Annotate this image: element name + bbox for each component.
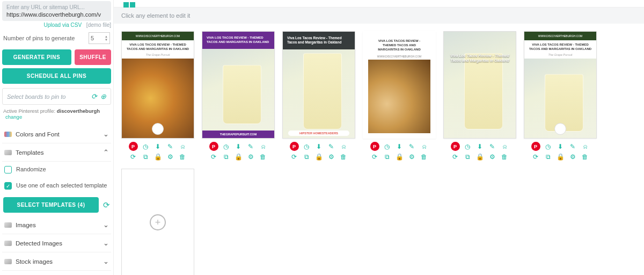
refresh-icon[interactable]: ⟳ xyxy=(91,92,97,100)
copy-icon[interactable]: ⧉ xyxy=(383,152,392,161)
pin-preview[interactable]: VIVA LOS TACOS REVIEW - THEMED TACOS AND… xyxy=(363,31,436,139)
refresh-icon[interactable]: ⟳ xyxy=(290,152,299,161)
pin-preview[interactable]: WWW.DISCOVERTHEBURGH.COM VIVA LOS TACOS … xyxy=(121,31,194,139)
clock-icon[interactable]: ◷ xyxy=(544,142,553,151)
pin-mini: WWW.DISCOVERTHEBURGH.COM xyxy=(368,53,430,60)
refresh-icon[interactable]: ⟳ xyxy=(129,152,138,161)
accordion-stock-images[interactable]: Stock images ⌄ xyxy=(2,252,111,271)
clock-icon[interactable]: ◷ xyxy=(141,142,150,151)
chevron-down-icon: ⌄ xyxy=(103,257,109,265)
num-pins-label: Number of pins to generate xyxy=(3,35,75,41)
randomize-row[interactable]: Randomize xyxy=(2,162,111,178)
pinterest-icon[interactable]: P xyxy=(290,142,299,151)
edit-icon[interactable]: ✎ xyxy=(568,142,577,151)
chevron-down-icon: ⌄ xyxy=(103,221,109,229)
boards-select[interactable]: Select boards to pin to ⟳ ⊕ xyxy=(2,88,111,105)
pin-preview[interactable]: Viva Los Tacos Review - Themed Tacos and… xyxy=(282,31,355,139)
accordion-templates[interactable]: Templates ⌃ xyxy=(2,143,111,162)
templates-icon xyxy=(4,150,12,155)
edit-icon[interactable]: ✎ xyxy=(246,142,255,151)
download-icon[interactable]: ⬇ xyxy=(395,142,404,151)
spinner-icon[interactable]: ▲▼ xyxy=(105,35,108,41)
pinterest-icon[interactable]: P xyxy=(370,142,379,151)
demo-file-link[interactable]: [demo file] xyxy=(86,22,111,28)
edit-icon[interactable]: ✎ xyxy=(407,142,416,151)
accordion-images[interactable]: Images ⌄ xyxy=(2,216,111,234)
refresh-icon[interactable]: ⟳ xyxy=(451,152,460,161)
pin-card: WWW.DISCOVERTHEBURGH.COM VIVA LOS TACOS … xyxy=(524,31,597,161)
download-icon[interactable]: ⬇ xyxy=(153,142,163,151)
mouse-icon[interactable]: ⍾ xyxy=(500,142,509,151)
use-one-row[interactable]: ✓ Use one of each selected template xyxy=(2,178,111,194)
mouse-icon[interactable]: ⍾ xyxy=(178,142,187,151)
copy-icon[interactable]: ⧉ xyxy=(141,152,150,161)
gear-icon[interactable]: ⚙ xyxy=(407,152,416,161)
checkbox-checked-icon[interactable]: ✓ xyxy=(4,182,12,190)
edit-icon[interactable]: ✎ xyxy=(488,142,497,151)
copy-icon[interactable]: ⧉ xyxy=(544,152,553,161)
clock-icon[interactable]: ◷ xyxy=(302,142,311,151)
trash-icon[interactable]: 🗑 xyxy=(178,152,187,161)
lock-icon[interactable]: 🔒 xyxy=(475,152,485,161)
accordion-colors-font[interactable]: Colors and Font ⌄ xyxy=(2,125,111,143)
gear-icon[interactable]: ⚙ xyxy=(488,152,497,161)
edit-icon[interactable]: ✎ xyxy=(327,142,336,151)
generate-pins-button[interactable]: GENERATE PINS xyxy=(2,49,71,65)
pinterest-icon[interactable]: P xyxy=(531,142,540,151)
pinterest-icon[interactable]: P xyxy=(129,142,138,151)
pinterest-icon[interactable]: P xyxy=(451,142,460,151)
shuffle-button[interactable]: SHUFFLE xyxy=(75,49,111,65)
pinterest-icon[interactable]: P xyxy=(209,142,218,151)
pin-title: VIVA LOS TACOS REVIEW - THEMED TACOS AND… xyxy=(122,40,194,53)
refresh-icon[interactable]: ⟳ xyxy=(370,152,379,161)
add-pin-card[interactable]: + xyxy=(121,169,194,275)
gear-icon[interactable]: ⚙ xyxy=(246,152,255,161)
url-input-box[interactable]: Enter any URL or sitemap URL... https://… xyxy=(2,1,111,21)
mouse-icon[interactable]: ⍾ xyxy=(259,142,268,151)
pin-tag: HIPSTER HOMESTEADERS xyxy=(288,131,349,136)
add-board-icon[interactable]: ⊕ xyxy=(100,92,106,100)
lock-icon[interactable]: 🔒 xyxy=(234,152,243,161)
change-profile-link[interactable]: change xyxy=(5,114,22,120)
download-icon[interactable]: ⬇ xyxy=(234,142,243,151)
lock-icon[interactable]: 🔒 xyxy=(153,152,163,161)
refresh-icon[interactable]: ⟳ xyxy=(531,152,540,161)
trash-icon[interactable]: 🗑 xyxy=(581,152,590,161)
lock-icon[interactable]: 🔒 xyxy=(314,152,324,161)
upload-csv-link[interactable]: Upload via CSV xyxy=(43,22,82,28)
gear-icon[interactable]: ⚙ xyxy=(166,152,175,161)
copy-icon[interactable]: ⧉ xyxy=(302,152,311,161)
gear-icon[interactable]: ⚙ xyxy=(568,152,577,161)
pin-preview[interactable]: WWW.DISCOVERTHEBURGH.COM VIVA LOS TACOS … xyxy=(524,31,597,139)
copy-icon[interactable]: ⧉ xyxy=(222,152,231,161)
download-icon[interactable]: ⬇ xyxy=(475,142,485,151)
pin-preview[interactable]: VIVA LOS TACOS REVIEW - THEMED TACOS AND… xyxy=(202,31,275,139)
trash-icon[interactable]: 🗑 xyxy=(500,152,509,161)
pin-title: VIVA LOS TACOS REVIEW - THEMED TACOS AND… xyxy=(202,32,274,49)
clock-icon[interactable]: ◷ xyxy=(383,142,392,151)
trash-icon[interactable]: 🗑 xyxy=(420,152,429,161)
mouse-icon[interactable]: ⍾ xyxy=(581,142,590,151)
edit-icon[interactable]: ✎ xyxy=(166,142,175,151)
lock-icon[interactable]: 🔒 xyxy=(556,152,565,161)
clock-icon[interactable]: ◷ xyxy=(463,142,472,151)
pin-card: WWW.DISCOVERTHEBURGH.COM VIVA LOS TACOS … xyxy=(121,31,194,161)
accordion-detected-images[interactable]: Detected Images ⌄ xyxy=(2,234,111,252)
num-pins-input[interactable]: 5 ▲▼ xyxy=(89,32,110,44)
trash-icon[interactable]: 🗑 xyxy=(339,152,348,161)
trash-icon[interactable]: 🗑 xyxy=(259,152,268,161)
mouse-icon[interactable]: ⍾ xyxy=(339,142,348,151)
refresh-templates-icon[interactable]: ⟳ xyxy=(103,200,110,210)
refresh-icon[interactable]: ⟳ xyxy=(209,152,218,161)
download-icon[interactable]: ⬇ xyxy=(314,142,324,151)
clock-icon[interactable]: ◷ xyxy=(222,142,231,151)
lock-icon[interactable]: 🔒 xyxy=(395,152,404,161)
download-icon[interactable]: ⬇ xyxy=(556,142,565,151)
select-templates-button[interactable]: SELECT TEMPLATES (4) xyxy=(3,197,99,213)
schedule-all-button[interactable]: SCHEDULE ALL PINS xyxy=(2,68,111,84)
copy-icon[interactable]: ⧉ xyxy=(463,152,472,161)
mouse-icon[interactable]: ⍾ xyxy=(420,142,429,151)
checkbox-unchecked-icon[interactable] xyxy=(4,166,12,173)
pin-preview[interactable]: Viva Los Tacos Review - Themed Tacos and… xyxy=(443,31,516,139)
gear-icon[interactable]: ⚙ xyxy=(327,152,336,161)
